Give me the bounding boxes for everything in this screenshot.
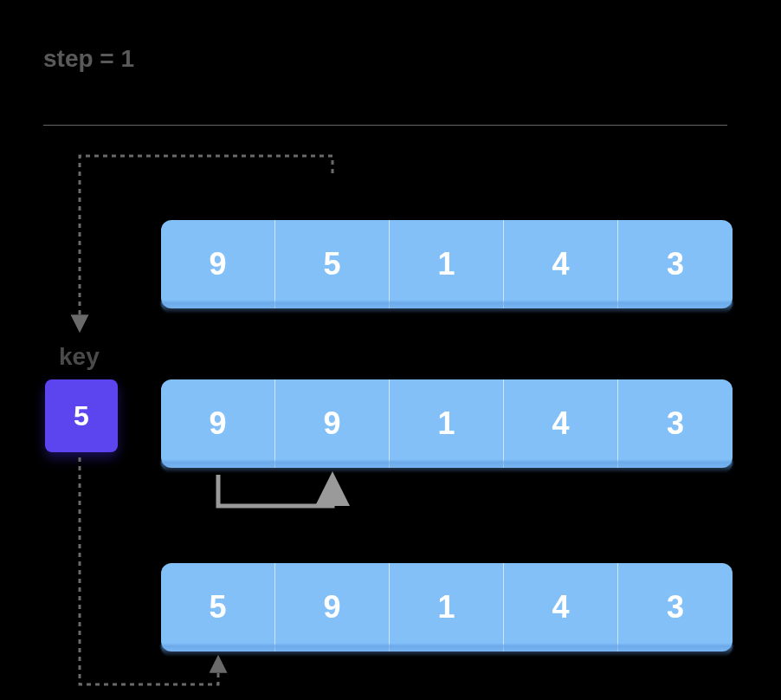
step-label: step = 1 <box>43 45 134 73</box>
array-cell: 3 <box>618 379 733 468</box>
array-cell: 9 <box>161 220 275 308</box>
shift-right-arrow <box>218 475 332 506</box>
array-cell: 5 <box>161 563 275 651</box>
array-row-2: 9 9 1 4 3 <box>161 379 733 468</box>
array-cell: 4 <box>504 379 618 468</box>
array-cell: 1 <box>390 563 504 651</box>
array-cell: 3 <box>618 563 733 651</box>
array-cell: 3 <box>618 220 733 308</box>
divider <box>43 125 727 126</box>
array-cell: 5 <box>275 220 390 308</box>
array-cell: 9 <box>275 379 390 468</box>
key-box: 5 <box>45 379 118 452</box>
array-cell: 4 <box>504 220 618 308</box>
array-row-3: 5 9 1 4 3 <box>161 563 733 651</box>
array-cell: 9 <box>161 379 275 468</box>
array-row-1: 9 5 1 4 3 <box>161 220 733 308</box>
array-cell: 4 <box>504 563 618 651</box>
array-cell: 1 <box>390 220 504 308</box>
array-cell: 9 <box>275 563 390 651</box>
key-label: key <box>59 343 100 371</box>
array-cell: 1 <box>390 379 504 468</box>
